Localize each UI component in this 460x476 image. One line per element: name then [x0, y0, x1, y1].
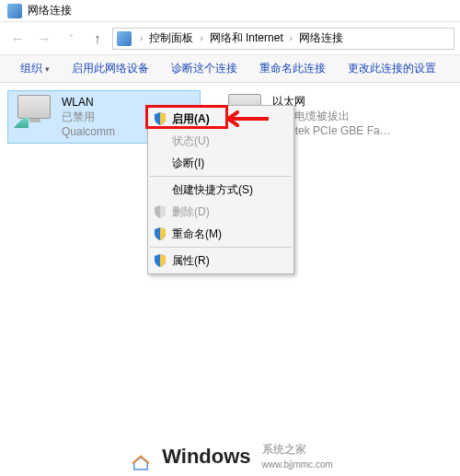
rename-button[interactable]: 重命名此连接 [248, 55, 337, 82]
menu-label: 删除(D) [172, 204, 210, 220]
organize-button[interactable]: 组织▾ [9, 55, 61, 82]
forward-button[interactable]: → [32, 27, 56, 51]
nav-bar: ← → ˅ ↑ › 控制面板 › 网络和 Internet › 网络连接 [0, 22, 460, 55]
title-bar: 网络连接 [0, 0, 460, 22]
menu-status: 状态(U) [148, 130, 293, 152]
menu-label: 重命名(M) [172, 226, 222, 242]
context-menu: 启用(A) 状态(U) 诊断(I) 创建快捷方式(S) 删除(D) 重命名(M)… [147, 105, 294, 274]
menu-enable[interactable]: 启用(A) [148, 108, 293, 130]
organize-label: 组织 [20, 61, 42, 76]
adapter-text: WLAN 已禁用 Qualcomm [62, 95, 115, 139]
menu-rename[interactable]: 重命名(M) [148, 223, 293, 245]
breadcrumb-mid[interactable]: 网络和 Internet [208, 30, 285, 46]
toolbar: 组织▾ 启用此网络设备 诊断这个连接 重命名此连接 更改此连接的设置 [0, 55, 460, 83]
watermark: Windows 系统之家www.bjjmmc.com [0, 442, 460, 470]
watermark-sub: 系统之家www.bjjmmc.com [262, 442, 333, 470]
spacer [154, 183, 167, 196]
spacer [154, 134, 167, 147]
shield-icon [154, 254, 167, 267]
shield-icon [154, 227, 167, 240]
menu-shortcut[interactable]: 创建快捷方式(S) [148, 179, 293, 201]
recent-dropdown[interactable]: ˅ [59, 27, 83, 51]
change-settings-button[interactable]: 更改此连接的设置 [337, 55, 447, 82]
menu-properties[interactable]: 属性(R) [148, 250, 293, 272]
menu-label: 诊断(I) [172, 156, 204, 171]
adapter-driver: Qualcomm [62, 124, 115, 139]
network-icon [7, 4, 22, 18]
adapter-status: 已禁用 [62, 110, 115, 124]
menu-label: 属性(R) [172, 253, 210, 269]
chevron-down-icon: ▾ [45, 64, 50, 74]
chevron-right-icon: › [137, 33, 145, 43]
enable-device-button[interactable]: 启用此网络设备 [61, 55, 160, 82]
up-button[interactable]: ↑ [86, 27, 109, 51]
network-icon [117, 31, 132, 46]
diagnose-button[interactable]: 诊断这个连接 [160, 55, 248, 82]
spacer [154, 157, 167, 169]
chevron-right-icon: › [287, 33, 295, 43]
adapter-icon [14, 95, 54, 128]
menu-diagnose[interactable]: 诊断(I) [148, 152, 293, 174]
menu-delete: 删除(D) [148, 201, 293, 223]
house-icon [127, 443, 155, 470]
menu-label: 状态(U) [172, 134, 210, 149]
menu-separator [150, 176, 292, 177]
watermark-brand: Windows [162, 445, 250, 469]
breadcrumb-leaf[interactable]: 网络连接 [297, 30, 345, 46]
address-bar[interactable]: › 控制面板 › 网络和 Internet › 网络连接 [112, 28, 454, 50]
shield-icon [154, 112, 167, 125]
menu-separator [150, 247, 292, 248]
back-button[interactable]: ← [6, 27, 29, 51]
adapter-name: WLAN [62, 95, 115, 110]
menu-label: 启用(A) [172, 111, 210, 127]
chevron-right-icon: › [197, 33, 205, 43]
shield-icon [154, 205, 167, 218]
window-title: 网络连接 [28, 3, 72, 18]
breadcrumb-root[interactable]: 控制面板 [147, 30, 195, 46]
menu-label: 创建快捷方式(S) [172, 182, 253, 198]
